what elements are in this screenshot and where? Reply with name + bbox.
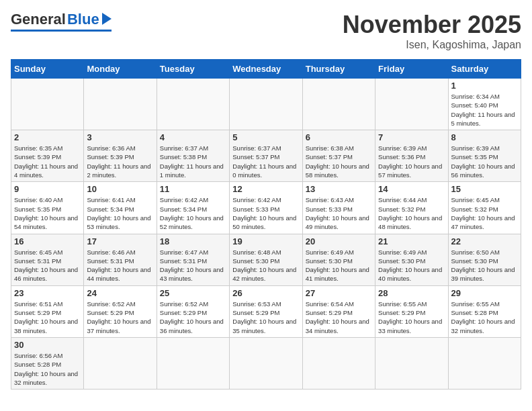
day-info: Sunrise: 6:45 AM Sunset: 5:31 PM Dayligh… xyxy=(14,248,81,283)
calendar-cell: 2Sunrise: 6:35 AM Sunset: 5:39 PM Daylig… xyxy=(11,130,84,182)
day-number: 2 xyxy=(14,132,81,142)
day-number: 11 xyxy=(160,184,226,194)
day-number: 22 xyxy=(451,236,518,246)
day-number: 28 xyxy=(378,288,445,298)
day-number: 8 xyxy=(451,132,518,142)
day-info: Sunrise: 6:54 AM Sunset: 5:29 PM Dayligh… xyxy=(306,300,372,335)
day-info: Sunrise: 6:35 AM Sunset: 5:39 PM Dayligh… xyxy=(14,144,81,179)
calendar-cell: 23Sunrise: 6:51 AM Sunset: 5:29 PM Dayli… xyxy=(11,285,84,337)
day-number: 6 xyxy=(306,132,372,142)
day-info: Sunrise: 6:49 AM Sunset: 5:30 PM Dayligh… xyxy=(306,248,372,283)
day-number: 9 xyxy=(14,184,81,194)
calendar-cell: 6Sunrise: 6:38 AM Sunset: 5:37 PM Daylig… xyxy=(302,130,375,182)
day-number: 20 xyxy=(306,236,372,246)
calendar-cell: 25Sunrise: 6:52 AM Sunset: 5:29 PM Dayli… xyxy=(157,285,229,337)
week-row-4: 16Sunrise: 6:45 AM Sunset: 5:31 PM Dayli… xyxy=(11,234,521,285)
day-number: 5 xyxy=(232,132,299,142)
calendar-cell: 21Sunrise: 6:49 AM Sunset: 5:30 PM Dayli… xyxy=(375,234,448,285)
day-info: Sunrise: 6:48 AM Sunset: 5:30 PM Dayligh… xyxy=(232,248,299,283)
weekday-header-wednesday: Wednesday xyxy=(230,60,302,79)
calendar-cell: 10Sunrise: 6:41 AM Sunset: 5:34 PM Dayli… xyxy=(84,182,157,234)
day-number: 14 xyxy=(378,184,445,194)
calendar-cell xyxy=(84,337,157,389)
day-info: Sunrise: 6:34 AM Sunset: 5:40 PM Dayligh… xyxy=(451,92,518,128)
day-number: 25 xyxy=(160,288,226,298)
day-info: Sunrise: 6:56 AM Sunset: 5:28 PM Dayligh… xyxy=(14,351,81,387)
day-number: 24 xyxy=(87,288,153,298)
day-info: Sunrise: 6:36 AM Sunset: 5:39 PM Dayligh… xyxy=(87,144,153,179)
calendar-cell xyxy=(302,337,375,389)
calendar-cell xyxy=(11,79,84,130)
calendar-cell: 22Sunrise: 6:50 AM Sunset: 5:30 PM Dayli… xyxy=(448,234,521,285)
day-info: Sunrise: 6:50 AM Sunset: 5:30 PM Dayligh… xyxy=(451,248,518,283)
calendar-cell xyxy=(375,79,448,130)
calendar-cell: 9Sunrise: 6:40 AM Sunset: 5:35 PM Daylig… xyxy=(11,182,84,234)
calendar-cell xyxy=(375,337,448,389)
calendar-cell: 30Sunrise: 6:56 AM Sunset: 5:28 PM Dayli… xyxy=(11,337,84,389)
day-info: Sunrise: 6:42 AM Sunset: 5:33 PM Dayligh… xyxy=(232,195,299,231)
calendar-cell xyxy=(84,79,157,130)
calendar-cell: 19Sunrise: 6:48 AM Sunset: 5:30 PM Dayli… xyxy=(230,234,302,285)
day-number: 16 xyxy=(14,236,81,246)
day-number: 19 xyxy=(232,236,299,246)
day-info: Sunrise: 6:43 AM Sunset: 5:33 PM Dayligh… xyxy=(306,195,372,231)
location-title: Isen, Kagoshima, Japan xyxy=(343,39,521,51)
calendar-cell: 15Sunrise: 6:45 AM Sunset: 5:32 PM Dayli… xyxy=(448,182,521,234)
logo-underline xyxy=(11,30,112,32)
day-number: 18 xyxy=(160,236,226,246)
calendar-cell: 5Sunrise: 6:37 AM Sunset: 5:37 PM Daylig… xyxy=(230,130,302,182)
day-number: 29 xyxy=(451,288,518,298)
logo-blue-text: Blue xyxy=(67,11,99,28)
calendar-cell xyxy=(157,337,229,389)
day-number: 30 xyxy=(14,340,81,350)
calendar-cell: 20Sunrise: 6:49 AM Sunset: 5:30 PM Dayli… xyxy=(302,234,375,285)
calendar-cell: 14Sunrise: 6:44 AM Sunset: 5:32 PM Dayli… xyxy=(375,182,448,234)
day-info: Sunrise: 6:47 AM Sunset: 5:31 PM Dayligh… xyxy=(160,248,226,283)
day-number: 7 xyxy=(378,132,445,142)
day-info: Sunrise: 6:39 AM Sunset: 5:35 PM Dayligh… xyxy=(451,144,518,179)
calendar-cell xyxy=(230,337,302,389)
day-number: 1 xyxy=(451,81,518,91)
calendar-table: SundayMondayTuesdayWednesdayThursdayFrid… xyxy=(11,59,521,390)
calendar-cell: 27Sunrise: 6:54 AM Sunset: 5:29 PM Dayli… xyxy=(302,285,375,337)
day-info: Sunrise: 6:41 AM Sunset: 5:34 PM Dayligh… xyxy=(87,195,153,231)
day-info: Sunrise: 6:42 AM Sunset: 5:34 PM Dayligh… xyxy=(160,195,226,231)
week-row-5: 23Sunrise: 6:51 AM Sunset: 5:29 PM Dayli… xyxy=(11,285,521,337)
month-title: November 2025 xyxy=(343,11,521,39)
calendar-cell: 1Sunrise: 6:34 AM Sunset: 5:40 PM Daylig… xyxy=(448,79,521,130)
day-info: Sunrise: 6:46 AM Sunset: 5:31 PM Dayligh… xyxy=(87,248,153,283)
day-info: Sunrise: 6:37 AM Sunset: 5:38 PM Dayligh… xyxy=(160,144,226,179)
weekday-header-row: SundayMondayTuesdayWednesdayThursdayFrid… xyxy=(11,60,521,79)
logo: General Blue xyxy=(11,11,112,32)
calendar-cell: 12Sunrise: 6:42 AM Sunset: 5:33 PM Dayli… xyxy=(230,182,302,234)
day-number: 12 xyxy=(232,184,299,194)
calendar-cell: 29Sunrise: 6:55 AM Sunset: 5:28 PM Dayli… xyxy=(448,285,521,337)
calendar-cell: 11Sunrise: 6:42 AM Sunset: 5:34 PM Dayli… xyxy=(157,182,229,234)
day-number: 21 xyxy=(378,236,445,246)
day-info: Sunrise: 6:37 AM Sunset: 5:37 PM Dayligh… xyxy=(232,144,299,179)
day-number: 27 xyxy=(306,288,372,298)
day-number: 26 xyxy=(232,288,299,298)
weekday-header-saturday: Saturday xyxy=(448,60,521,79)
week-row-2: 2Sunrise: 6:35 AM Sunset: 5:39 PM Daylig… xyxy=(11,130,521,182)
calendar-cell: 28Sunrise: 6:55 AM Sunset: 5:29 PM Dayli… xyxy=(375,285,448,337)
day-info: Sunrise: 6:40 AM Sunset: 5:35 PM Dayligh… xyxy=(14,195,81,231)
calendar-cell xyxy=(230,79,302,130)
calendar-cell: 17Sunrise: 6:46 AM Sunset: 5:31 PM Dayli… xyxy=(84,234,157,285)
weekday-header-thursday: Thursday xyxy=(302,60,375,79)
day-info: Sunrise: 6:52 AM Sunset: 5:29 PM Dayligh… xyxy=(160,300,226,335)
logo-triangle-icon xyxy=(102,13,112,25)
day-info: Sunrise: 6:44 AM Sunset: 5:32 PM Dayligh… xyxy=(378,195,445,231)
logo-general-text: General xyxy=(11,11,66,28)
day-number: 3 xyxy=(87,132,153,142)
header: General Blue November 2025 Isen, Kagoshi… xyxy=(11,11,521,51)
day-info: Sunrise: 6:55 AM Sunset: 5:29 PM Dayligh… xyxy=(378,300,445,335)
day-number: 17 xyxy=(87,236,153,246)
calendar-cell: 13Sunrise: 6:43 AM Sunset: 5:33 PM Dayli… xyxy=(302,182,375,234)
day-info: Sunrise: 6:49 AM Sunset: 5:30 PM Dayligh… xyxy=(378,248,445,283)
calendar-cell: 8Sunrise: 6:39 AM Sunset: 5:35 PM Daylig… xyxy=(448,130,521,182)
calendar-cell: 26Sunrise: 6:53 AM Sunset: 5:29 PM Dayli… xyxy=(230,285,302,337)
calendar-cell: 4Sunrise: 6:37 AM Sunset: 5:38 PM Daylig… xyxy=(157,130,229,182)
day-info: Sunrise: 6:51 AM Sunset: 5:29 PM Dayligh… xyxy=(14,300,81,335)
calendar-cell xyxy=(157,79,229,130)
